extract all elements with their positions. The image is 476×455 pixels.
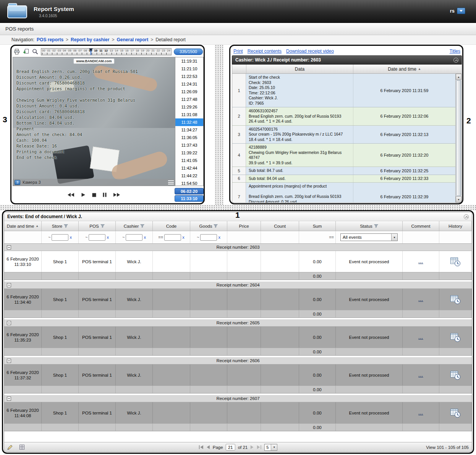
- print-link[interactable]: Print: [233, 49, 243, 54]
- receipt-row[interactable]: 442188889Chewing Gum Wrigley Five waterm…: [232, 144, 455, 167]
- menu-icon[interactable]: [168, 180, 174, 185]
- timestamp-item[interactable]: 11:19:31: [175, 57, 203, 65]
- filter-icon[interactable]: [374, 224, 378, 228]
- receipt-group-row[interactable]: Receipt number: 2604: [4, 282, 472, 289]
- timeline-marker[interactable]: [91, 49, 91, 55]
- column-header-data[interactable]: Data: [246, 65, 353, 73]
- receipt-row[interactable]: 1Start of the checkCheck: 2603Date: 25.0…: [232, 74, 455, 107]
- vertical-splitter[interactable]: [215, 45, 223, 205]
- store-filter-clear[interactable]: x: [70, 235, 72, 240]
- code-filter-clear[interactable]: x: [182, 235, 185, 240]
- timestamp-item[interactable]: 11:24:31: [175, 80, 203, 88]
- receipt-group-row[interactable]: Receipt number: 2607: [4, 395, 472, 402]
- next-page-icon[interactable]: [250, 445, 254, 449]
- timestamp-item[interactable]: 11:22:53: [175, 73, 203, 80]
- event-comment-link[interactable]: ...: [418, 297, 423, 302]
- filter-icon[interactable]: [140, 224, 144, 228]
- timestamp-item[interactable]: 11:44:22: [175, 172, 203, 180]
- history-icon[interactable]: [450, 257, 461, 267]
- goods-filter-input[interactable]: [200, 234, 217, 241]
- horizontal-splitter[interactable]: [0, 205, 476, 210]
- collapse-group-icon[interactable]: [7, 283, 11, 287]
- play-button[interactable]: [81, 193, 86, 197]
- receipt-row[interactable]: 34602547000176Sour cream - 15% 200g Pisk…: [232, 126, 455, 144]
- collapse-group-icon[interactable]: [7, 397, 11, 401]
- filter-icon[interactable]: [64, 224, 68, 228]
- history-icon[interactable]: [450, 295, 461, 304]
- timestamp-item[interactable]: 11:37:43: [175, 141, 203, 149]
- scroll-down-icon[interactable]: ▼: [456, 196, 461, 202]
- breadcrumb-general-report[interactable]: General report: [117, 37, 148, 42]
- timestamp-item[interactable]: 11:42:44: [175, 164, 203, 172]
- collapse-panel-icon[interactable]: [453, 58, 458, 63]
- status-filter-select[interactable]: All events ▼: [340, 233, 398, 241]
- column-header-count[interactable]: Count: [261, 221, 299, 231]
- receipt-contents-link[interactable]: Receipt contents: [248, 49, 282, 54]
- receipt-row[interactable]: 5Sub total: 84.7 usd.6 February 2020 11:…: [232, 167, 455, 175]
- event-row[interactable]: 6 February 202011:37:32Shop 1POS termina…: [4, 364, 472, 386]
- timeline[interactable]: 0001020304050607080910111213141516171819…: [41, 48, 172, 55]
- page-size-select[interactable]: 5 ▼: [264, 444, 277, 451]
- column-header-datetime[interactable]: Date and time ▲: [353, 65, 455, 73]
- stop-button[interactable]: [92, 193, 96, 197]
- fast-forward-button[interactable]: [113, 193, 120, 197]
- video-frame[interactable]: www.BANDICAM.com Bread English zern. cum…: [13, 57, 175, 186]
- receipt-group-row[interactable]: Receipt number: 2606: [4, 357, 472, 364]
- timestamp-item[interactable]: 11:31:08: [175, 111, 203, 118]
- scroll-thumb[interactable]: [456, 80, 461, 196]
- export-icon[interactable]: [23, 49, 29, 55]
- history-icon[interactable]: [450, 332, 461, 342]
- receipt-row[interactable]: 7Appointment prices (margins) of the pro…: [232, 183, 455, 202]
- receipt-group-row[interactable]: Receipt number: 2605: [4, 319, 472, 327]
- column-header-comment[interactable]: Comment: [403, 221, 439, 231]
- receipt-group-row[interactable]: Receipt number: 2603: [4, 244, 472, 251]
- user-menu-button[interactable]: [457, 8, 465, 14]
- timestamp-item[interactable]: 11:26:09: [175, 88, 203, 96]
- page-number-input[interactable]: [226, 444, 235, 450]
- collapse-group-icon[interactable]: [7, 245, 11, 249]
- code-filter-input[interactable]: [164, 234, 181, 241]
- column-header-price[interactable]: Price: [227, 221, 261, 231]
- collapse-group-icon[interactable]: [7, 321, 11, 325]
- timestamp-item[interactable]: 11:27:48: [175, 96, 203, 103]
- download-receipt-video-link[interactable]: Download receipt video: [286, 49, 334, 54]
- column-header-pos[interactable]: POS: [79, 221, 116, 231]
- column-header-code[interactable]: Code: [153, 221, 190, 231]
- timestamp-item[interactable]: 11:39:22: [175, 149, 203, 157]
- breadcrumb-report-by-cashier[interactable]: Report by cashier: [71, 37, 109, 42]
- timestamp-item[interactable]: 11:41:05: [175, 157, 203, 164]
- event-comment-link[interactable]: ...: [418, 259, 423, 264]
- cashier-filter-clear[interactable]: x: [144, 235, 146, 240]
- last-page-icon[interactable]: [257, 445, 262, 449]
- breadcrumb-pos-reports[interactable]: POS reports: [37, 37, 63, 42]
- scroll-up-icon[interactable]: ▲: [456, 74, 461, 80]
- column-header-history[interactable]: History: [439, 221, 472, 231]
- column-header-status[interactable]: Status: [336, 221, 403, 231]
- receipt-row[interactable]: 6Sub total: 84.04 usd.6 February 2020 11…: [232, 175, 455, 183]
- collapse-group-icon[interactable]: [7, 359, 11, 363]
- cashier-filter-input[interactable]: [126, 234, 142, 241]
- column-header-goods[interactable]: Goods: [190, 221, 227, 231]
- event-row[interactable]: 6 February 202011:44:08Shop 1POS termina…: [4, 402, 472, 424]
- event-comment-link[interactable]: ...: [418, 373, 423, 377]
- pause-button[interactable]: [103, 193, 107, 197]
- event-comment-link[interactable]: ...: [418, 411, 423, 415]
- rewind-button[interactable]: [67, 193, 74, 197]
- timestamp-item[interactable]: 11:34:27: [175, 126, 203, 134]
- timestamp-item[interactable]: 11:21:10: [175, 65, 203, 73]
- edit-icon[interactable]: [7, 445, 13, 450]
- filter-icon[interactable]: [100, 224, 105, 228]
- event-comment-link[interactable]: ...: [418, 335, 423, 340]
- first-page-icon[interactable]: [199, 445, 204, 449]
- event-row[interactable]: 6 February 202011:33:10Shop 1POS termina…: [4, 251, 472, 272]
- timestamp-item[interactable]: 11:54:50: [175, 180, 203, 186]
- grid-icon[interactable]: [19, 445, 24, 450]
- timestamp-item[interactable]: 11:32:48: [175, 118, 203, 126]
- event-row[interactable]: 6 February 202011:35:23Shop 1POS termina…: [4, 327, 472, 348]
- print-icon[interactable]: [13, 49, 20, 55]
- column-header-sum[interactable]: Sum: [299, 221, 336, 231]
- column-header-cashier[interactable]: Cashier: [116, 221, 153, 231]
- column-header-store[interactable]: Store: [42, 221, 79, 231]
- previous-page-icon[interactable]: [206, 445, 210, 449]
- history-icon[interactable]: [450, 370, 461, 380]
